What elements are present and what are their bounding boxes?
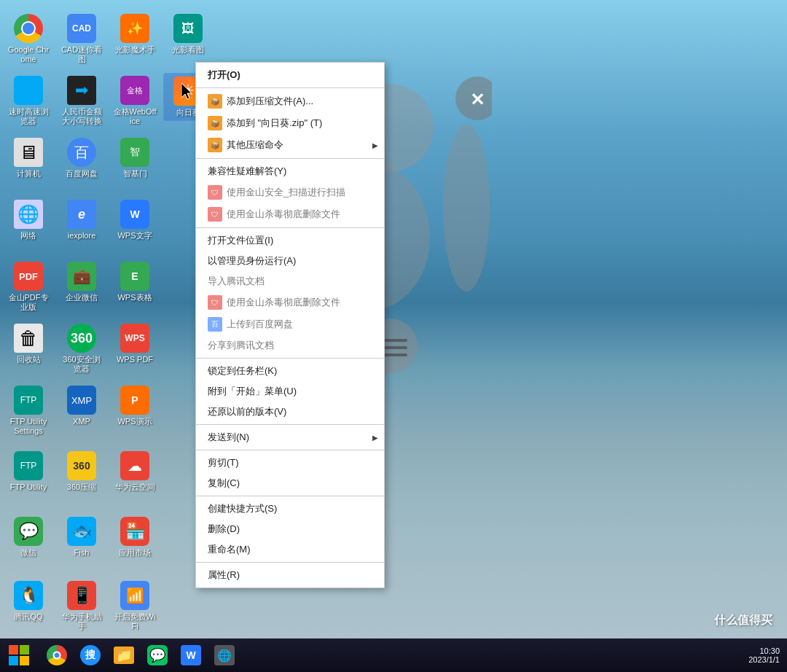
recycle-icon: 🗑: [14, 324, 43, 353]
context-menu-upload-baidu[interactable]: 百 上传到百度网盘: [196, 313, 384, 335]
desktop-icon-wps-show[interactable]: P WPS演示: [110, 383, 160, 429]
360-compress-label: 360压缩: [67, 482, 96, 492]
desktop-icon-zhijimen[interactable]: 智 智基门: [110, 135, 160, 181]
desktop-icon-wechat[interactable]: 💬 微信: [4, 514, 53, 560]
enterprise-wechat-label: 企业微信: [66, 293, 98, 302]
desktop-icon-app-market[interactable]: 🏪 应用市场: [110, 514, 160, 560]
context-menu-compress-add[interactable]: 📦 添加到压缩文件(A)...: [196, 90, 384, 112]
desktop-icon-free-wifi[interactable]: 📶 开启免费WiFi: [110, 578, 160, 634]
desktop-icon-computer[interactable]: 🖥 计算机: [4, 135, 53, 181]
svg-rect-12: [9, 656, 18, 665]
svg-rect-11: [20, 645, 29, 655]
desktop-icon-guangying-view[interactable]: 🖼 光影看图: [163, 11, 213, 58]
context-menu-delete[interactable]: 删除(D): [196, 519, 384, 539]
desktop-icon-360-browser[interactable]: 360 360安全浏览器: [57, 321, 106, 377]
context-menu-pin-taskbar[interactable]: 锁定到任务栏(K): [196, 361, 384, 381]
recycle-label: 回收站: [17, 355, 41, 364]
desktop-icon-cad[interactable]: CAD CAD迷你看图: [57, 11, 106, 67]
context-menu-pin-start[interactable]: 附到「开始」菜单(U): [196, 381, 384, 402]
context-menu-open-label: 打开(O): [208, 69, 240, 82]
ftp-utility-label: FTP Utility: [10, 482, 47, 492]
cad-label: CAD迷你看图: [60, 45, 103, 64]
context-menu-open[interactable]: 打开(O): [196, 65, 384, 85]
start-button[interactable]: [0, 638, 38, 672]
desktop-icon-jinshan-pdf[interactable]: PDF 金山PDF专业版: [4, 259, 53, 315]
desktop-icon-network[interactable]: 🌐 网络: [4, 197, 53, 243]
desktop-icon-wps-text[interactable]: W WPS文字: [110, 197, 160, 243]
wechat-label: 微信: [20, 548, 36, 558]
pin-start-label: 附到「开始」菜单(U): [208, 385, 297, 398]
desktop-icon-ftp-utility[interactable]: FTP FTP Utility: [4, 448, 53, 495]
context-menu: 打开(O) 📦 添加到压缩文件(A)... 📦 添加到 "向日葵.zip" (T…: [195, 62, 385, 588]
computer-icon: 🖥: [14, 138, 43, 167]
desktop-icon-weboffice[interactable]: 金格 金格WebOffice: [110, 73, 160, 129]
free-wifi-label: 开启免费WiFi: [113, 612, 157, 631]
upload-baidu-label: 上传到百度网盘: [227, 318, 293, 331]
taskbar-items: 搜 📁 💬 W 🌐: [38, 638, 741, 672]
360-browser-label: 360安全浏览器: [60, 355, 103, 374]
context-menu-compress-zip[interactable]: 📦 添加到 "向日葵.zip" (T): [196, 112, 384, 134]
desktop-icon-arrow[interactable]: ➡ 人民币金额大小写转换: [57, 73, 106, 129]
desktop-icon-recycle[interactable]: 🗑 回收站: [4, 321, 53, 367]
taskbar-time: 10:302023/1/1: [748, 646, 780, 664]
context-menu-copy[interactable]: 复制(C): [196, 473, 384, 493]
context-menu-import-tencent[interactable]: 导入腾讯文档: [196, 271, 384, 292]
jinshan-del2-label: 使用金山杀毒彻底删除文件: [227, 296, 340, 309]
context-menu-send-to[interactable]: 发送到(N) ▶: [196, 427, 384, 448]
taskbar-chrome[interactable]: [41, 641, 73, 670]
send-to-label: 发送到(N): [208, 431, 249, 444]
context-menu-jinshan-scan[interactable]: 🛡 使用金山安全_扫描进行扫描: [196, 181, 384, 203]
jinshan-scan-label: 使用金山安全_扫描进行扫描: [227, 186, 345, 199]
desktop-icon-guangying-magic[interactable]: ✨ 光影魔术手: [110, 11, 160, 58]
desktop-icon-fish[interactable]: 🐟 Fish: [57, 514, 106, 560]
desktop-icon-huawei-cloud[interactable]: ☁ 华为云空间: [110, 448, 160, 495]
context-menu-restore-version[interactable]: 还原以前的版本(V): [196, 402, 384, 422]
divider-7: [196, 496, 384, 496]
context-menu-rename[interactable]: 重命名(M): [196, 539, 384, 560]
context-menu-jinshan-delete[interactable]: 🛡 使用金山杀毒彻底删除文件: [196, 203, 384, 225]
run-admin-label: 以管理员身份运行(A): [208, 254, 296, 267]
desktop-icon-wps-table[interactable]: E WPS表格: [110, 259, 160, 305]
desktop-icon-speed-browser[interactable]: 速时高速浏览器: [4, 73, 53, 129]
zhijimen-label: 智基门: [123, 169, 147, 179]
taskbar-folder[interactable]: 📁: [108, 641, 140, 670]
context-menu-jinshan-del2[interactable]: 🛡 使用金山杀毒彻底删除文件: [196, 292, 384, 313]
context-menu-compatibility[interactable]: 兼容性疑难解答(Y): [196, 161, 384, 181]
free-wifi-icon: 📶: [120, 581, 149, 610]
context-menu-other-compress[interactable]: 📦 其他压缩命令 ▶: [196, 134, 384, 156]
divider-1: [196, 87, 384, 88]
desktop-icon-baidu[interactable]: 百 百度网盘: [57, 135, 106, 181]
zhijimen-icon: 智: [120, 138, 149, 167]
taskbar-wps[interactable]: W: [175, 641, 207, 670]
app-market-icon: 🏪: [120, 517, 149, 546]
desktop-icon-xmp[interactable]: XMP XMP: [57, 383, 106, 429]
watermark: 什么值得买: [714, 613, 772, 628]
taskbar-network[interactable]: 🌐: [208, 641, 240, 670]
context-menu-properties[interactable]: 属性(R): [196, 565, 384, 585]
taskbar-wechat[interactable]: 💬: [141, 641, 173, 670]
context-menu-create-shortcut[interactable]: 创建快捷方式(S): [196, 499, 384, 519]
desktop-icon-qq[interactable]: 🐧 腾讯QQ: [4, 578, 53, 625]
taskbar-sogou[interactable]: 搜: [74, 641, 106, 670]
desktop-icon-enterprise-wechat[interactable]: 💼 企业微信: [57, 259, 106, 305]
desktop-icon-360-compress[interactable]: 360 360压缩: [57, 448, 106, 495]
context-menu-file-location[interactable]: 打开文件位置(I): [196, 230, 384, 251]
context-menu-cut[interactable]: 剪切(T): [196, 453, 384, 473]
desktop-icon-iexplore[interactable]: e iexplore: [57, 197, 106, 243]
guangying-view-icon: 🖼: [173, 14, 203, 43]
chrome-icon: [14, 14, 43, 43]
360-browser-icon: 360: [67, 324, 96, 353]
desktop-icon-ftp-settings[interactable]: FTP FTP Utility Settings: [4, 383, 53, 439]
context-menu-run-admin[interactable]: 以管理员身份运行(A): [196, 251, 384, 271]
context-menu-share-doc[interactable]: 分享到腾讯文档: [196, 335, 384, 356]
desktop-icon-huawei-phone[interactable]: 📱 华为手机助手: [57, 578, 106, 634]
enterprise-wechat-icon: 💼: [67, 262, 96, 291]
divider-8: [196, 562, 384, 563]
desktop-icons-container: Google Chrome CAD CAD迷你看图 ✨ 光影魔术手 🖼 光影看图…: [0, 7, 168, 634]
360-compress-icon: 360: [67, 451, 96, 480]
desktop-icon-wps-pdf[interactable]: WPS WPS PDF: [110, 321, 160, 367]
svg-point-1: [455, 77, 492, 120]
jinshan-delete-label: 使用金山杀毒彻底删除文件: [227, 208, 340, 221]
jinshan-pdf-label: 金山PDF专业版: [7, 293, 50, 312]
desktop-icon-chrome[interactable]: Google Chrome: [4, 11, 53, 67]
